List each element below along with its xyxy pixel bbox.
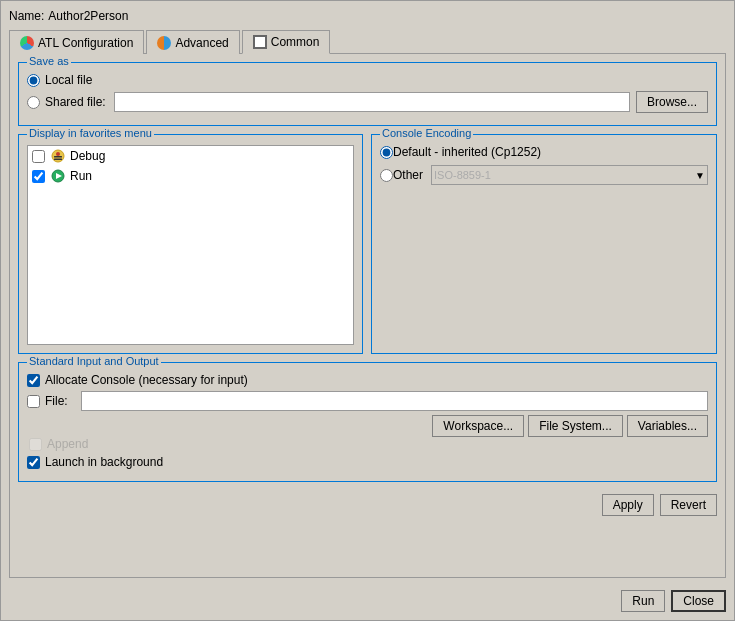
run-button[interactable]: Run	[621, 590, 665, 612]
launch-background-row: Launch in background	[27, 455, 708, 469]
append-label: Append	[47, 437, 88, 451]
browse-button[interactable]: Browse...	[636, 91, 708, 113]
launch-background-checkbox[interactable]	[27, 456, 40, 469]
allocate-console-label[interactable]: Allocate Console (necessary for input)	[45, 373, 248, 387]
debug-icon	[50, 148, 66, 164]
default-encoding-radio[interactable]	[380, 146, 393, 159]
dialog: Name: Author2Person ATL Configuration Ad…	[0, 0, 735, 621]
shared-file-row: Shared file: Browse...	[27, 91, 708, 113]
two-cols-section: Display in favorites menu Debug	[18, 134, 717, 354]
favorites-list: Debug Run	[27, 145, 354, 345]
other-encoding-row: Other ISO-8859-1 ▼	[380, 165, 708, 185]
other-encoding-label[interactable]: Other	[393, 168, 423, 182]
atl-icon	[20, 36, 34, 50]
save-as-group: Save as Local file Shared file: Browse..…	[18, 62, 717, 126]
launch-background-label[interactable]: Launch in background	[45, 455, 163, 469]
default-encoding-row: Default - inherited (Cp1252)	[380, 145, 708, 159]
tab-advanced-label: Advanced	[175, 36, 228, 50]
list-item: Debug	[28, 146, 353, 166]
name-value: Author2Person	[48, 9, 128, 23]
append-row: Append	[29, 437, 708, 451]
apply-revert-row: Apply Revert	[18, 494, 717, 516]
console-encoding-title: Console Encoding	[380, 127, 473, 139]
shared-file-label[interactable]: Shared file:	[45, 95, 106, 109]
tab-common[interactable]: Common	[242, 30, 331, 54]
local-file-label[interactable]: Local file	[45, 73, 92, 87]
apply-button[interactable]: Apply	[602, 494, 654, 516]
local-file-radio[interactable]	[27, 74, 40, 87]
advanced-icon	[157, 36, 171, 50]
dialog-footer: Run Close	[9, 586, 726, 612]
tab-atl[interactable]: ATL Configuration	[9, 30, 144, 54]
file-buttons-row: Workspace... File System... Variables...	[27, 415, 708, 437]
tabs-bar: ATL Configuration Advanced Common	[9, 29, 726, 53]
debug-label[interactable]: Debug	[70, 149, 105, 163]
other-encoding-radio[interactable]	[380, 169, 393, 182]
append-checkbox[interactable]	[29, 438, 42, 451]
save-as-section: Local file Shared file: Browse...	[27, 73, 708, 113]
run-label[interactable]: Run	[70, 169, 92, 183]
save-as-title: Save as	[27, 55, 71, 67]
tab-atl-label: ATL Configuration	[38, 36, 133, 50]
default-encoding-label[interactable]: Default - inherited (Cp1252)	[393, 145, 541, 159]
name-row: Name: Author2Person	[9, 9, 726, 23]
workspace-button[interactable]: Workspace...	[432, 415, 524, 437]
file-checkbox[interactable]	[27, 395, 40, 408]
std-io-content: Allocate Console (necessary for input) F…	[27, 373, 708, 469]
footer-buttons: Run Close	[621, 590, 726, 612]
debug-checkbox[interactable]	[32, 150, 45, 163]
file-input[interactable]	[81, 391, 708, 411]
shared-file-radio[interactable]	[27, 96, 40, 109]
file-system-button[interactable]: File System...	[528, 415, 623, 437]
encoding-dropdown[interactable]: ISO-8859-1 ▼	[431, 165, 708, 185]
close-button[interactable]: Close	[671, 590, 726, 612]
common-icon	[253, 35, 267, 49]
main-panel: Save as Local file Shared file: Browse..…	[9, 53, 726, 578]
run-checkbox[interactable]	[32, 170, 45, 183]
tab-advanced[interactable]: Advanced	[146, 30, 239, 54]
svg-rect-2	[54, 156, 62, 158]
dropdown-arrow-icon: ▼	[695, 170, 705, 181]
run-icon	[50, 168, 66, 184]
favorites-group: Display in favorites menu Debug	[18, 134, 363, 354]
list-item: Run	[28, 166, 353, 186]
shared-file-input[interactable]	[114, 92, 630, 112]
encoding-value: ISO-8859-1	[434, 169, 491, 181]
svg-point-1	[56, 152, 60, 156]
std-io-title: Standard Input and Output	[27, 355, 161, 367]
allocate-console-row: Allocate Console (necessary for input)	[27, 373, 708, 387]
favorites-title: Display in favorites menu	[27, 127, 154, 139]
name-label: Name:	[9, 9, 44, 23]
file-label[interactable]: File:	[45, 394, 75, 408]
console-encoding-group: Console Encoding Default - inherited (Cp…	[371, 134, 717, 354]
allocate-console-checkbox[interactable]	[27, 374, 40, 387]
local-file-row: Local file	[27, 73, 708, 87]
svg-rect-3	[54, 159, 62, 161]
revert-button[interactable]: Revert	[660, 494, 717, 516]
tab-common-label: Common	[271, 35, 320, 49]
file-row: File:	[27, 391, 708, 411]
variables-button[interactable]: Variables...	[627, 415, 708, 437]
std-io-group: Standard Input and Output Allocate Conso…	[18, 362, 717, 482]
console-content: Default - inherited (Cp1252) Other ISO-8…	[380, 145, 708, 185]
